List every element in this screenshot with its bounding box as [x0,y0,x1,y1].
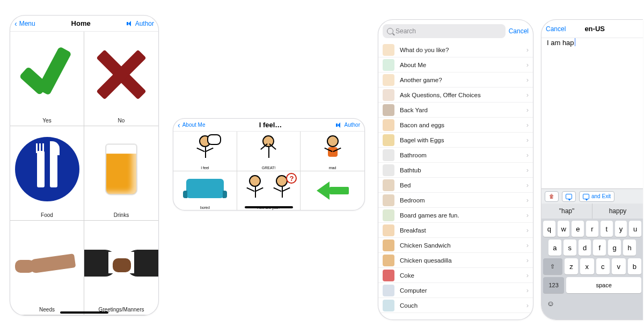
cell-needs[interactable]: Needs [10,221,84,315]
speak-and-exit-button[interactable]: and Exit [579,191,614,202]
key-c[interactable]: c [596,258,610,274]
list-item[interactable]: Another game?› [378,72,533,88]
chevron-left-icon: ‹ [178,121,180,129]
chevron-right-icon: › [526,61,529,69]
cancel-button[interactable]: Cancel [546,25,566,33]
key-y[interactable]: y [615,221,627,237]
trash-button[interactable]: 🗑 [545,191,559,202]
list-item[interactable]: Bed› [378,178,533,193]
cell-back[interactable] [301,171,364,210]
emoji-key[interactable]: ☺ [545,298,556,309]
list-item-icon [383,285,394,296]
numbers-key[interactable]: 123 [543,277,564,293]
category-grid: Yes No Food Drinks Needs Greetings/ [10,32,158,316]
suggestion[interactable]: "hap" [541,204,592,219]
shift-key[interactable]: ⇧ [543,258,562,274]
list-item-label: Coke [400,272,414,279]
list-item[interactable]: Chicken quesadilla› [378,253,533,268]
list-item-icon [383,149,394,161]
back-label: About Me [182,122,206,128]
cell-greetings[interactable]: Greetings/Manners [84,221,158,315]
cell-how-are-you[interactable]: ? How are you? [237,171,301,210]
handshake-icon [89,242,153,285]
back-label: Menu [19,20,35,27]
cell-drinks[interactable]: Drinks [84,126,158,221]
back-arrow-icon [317,183,349,199]
search-screen: Search Cancel What do you like?›About Me… [378,19,533,320]
list-item[interactable]: Chicken Sandwich› [378,238,533,253]
list-item-icon [383,74,394,86]
cell-no[interactable]: No [84,32,158,126]
list-item[interactable]: Bedroom› [378,193,533,208]
cancel-button[interactable]: Cancel [509,27,529,35]
chevron-right-icon: › [526,271,529,279]
list-item-label: About Me [400,62,426,68]
back-button[interactable]: ‹ Menu [14,20,35,27]
key-v[interactable]: v [612,258,625,274]
nav-bar: ‹ Menu Home Author [10,16,158,32]
cell-yes[interactable]: Yes [10,32,84,126]
i-feel-screen: ‹ About Me I feel… Author I feel GREAT! [173,118,365,210]
key-b[interactable]: b [628,258,641,274]
stick-figure-icon [257,135,280,162]
key-f[interactable]: f [593,239,606,256]
speaker-icon [336,122,342,128]
list-item[interactable]: Bathroom› [378,148,533,163]
list-item[interactable]: Computer› [378,283,533,298]
suggestion[interactable]: happy [592,204,643,219]
results-list[interactable]: What do you like?›About Me›Another game?… [378,42,533,313]
list-item[interactable]: Bagel with Eggs› [378,133,533,148]
key-w[interactable]: w [558,221,570,237]
home-indicator[interactable] [245,206,293,208]
list-item[interactable]: Back Yard› [378,103,533,118]
key-g[interactable]: g [608,239,621,256]
list-item-label: Bedroom [400,197,425,204]
key-s[interactable]: s [564,239,576,256]
key-t[interactable]: t [601,221,613,237]
key-d[interactable]: d [579,239,591,256]
key-a[interactable]: a [548,239,561,256]
keyboard-suggestions: "hap" happy [541,204,643,219]
home-indicator[interactable] [60,311,108,314]
key-r[interactable]: r [586,221,598,237]
cell-i-feel[interactable]: I feel [173,132,237,171]
key-x[interactable]: x [580,258,594,274]
list-item[interactable]: Bathtub› [378,163,533,178]
list-item-icon [383,255,394,266]
list-item-label: Board games are fun. [400,212,459,219]
type-screen: Cancel en-US I am hap 🗑 and Exit "hap" h… [541,19,643,320]
keyboard-toolbar: 🗑 and Exit [541,188,643,204]
open-hand-icon [15,245,79,282]
search-input[interactable]: Search [383,24,506,38]
key-q[interactable]: q [543,221,555,237]
list-item[interactable]: About Me› [378,57,533,72]
list-item-label: Couch [400,302,418,309]
key-z[interactable]: z [565,258,578,274]
list-item[interactable]: Breakfast› [378,223,533,238]
key-e[interactable]: e [572,221,584,237]
author-button[interactable]: Author [336,122,360,128]
back-button[interactable]: ‹ About Me [178,121,205,129]
thought-bubble-icon [207,134,221,145]
list-item[interactable]: What do you like?› [378,42,533,57]
key-u[interactable]: u [629,221,641,237]
list-item-icon [383,134,394,146]
list-item[interactable]: Coke› [378,268,533,283]
cell-bored[interactable]: bored [173,171,237,210]
list-item[interactable]: Couch› [378,298,533,313]
speak-button[interactable] [562,191,576,202]
list-item-label: Bagel with Eggs [400,137,444,143]
list-item[interactable]: Bacon and eggs› [378,118,533,133]
text-input[interactable]: I am hap [541,38,643,47]
list-item[interactable]: Ask Questions, Offer Choices› [378,88,533,103]
cell-great[interactable]: GREAT! [237,132,301,171]
space-key[interactable]: space [566,277,641,293]
cell-mad[interactable]: mad [301,132,364,171]
stick-figure-icon: ? [270,175,294,202]
key-h[interactable]: h [623,239,636,256]
author-button[interactable]: Author [127,20,154,27]
list-item[interactable]: Board games are fun.› [378,208,533,223]
chevron-left-icon: ‹ [14,20,17,27]
cell-food[interactable]: Food [10,126,84,221]
text-value: I am hap [547,39,574,47]
